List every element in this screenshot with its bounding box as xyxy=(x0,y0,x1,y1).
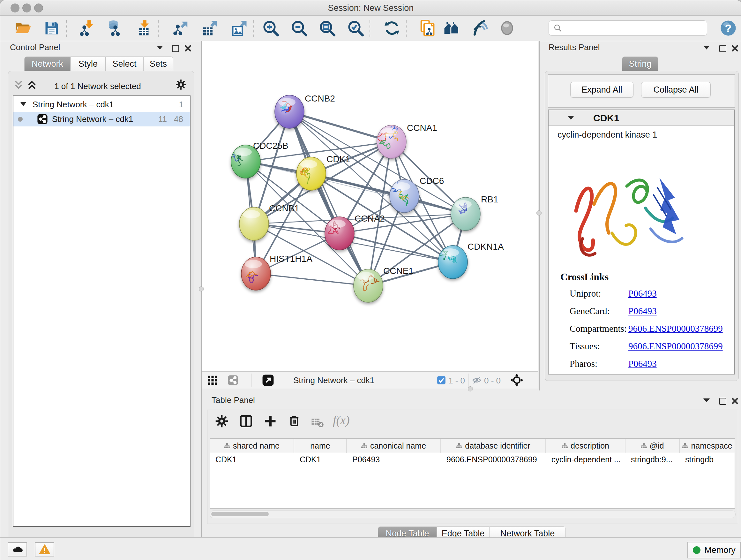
table-cell[interactable]: CDK1 xyxy=(210,453,294,466)
network-node-CCNE1[interactable] xyxy=(354,269,383,302)
node-label: CCNE1 xyxy=(383,266,414,276)
collection-expand-icon[interactable] xyxy=(20,102,26,106)
network-node-HIST1H1A[interactable] xyxy=(241,257,271,290)
expand-all-networks-icon[interactable] xyxy=(27,80,37,90)
table-cell[interactable]: 9606.ENSP00000378699 xyxy=(441,453,546,466)
memory-button[interactable]: Memory xyxy=(687,542,741,558)
zoom-in-button[interactable] xyxy=(261,19,280,37)
table-row: CDK1CDK1P064939606.ENSP00000378699cyclin… xyxy=(210,453,735,466)
save-session-button[interactable] xyxy=(43,19,61,37)
share-network-icon[interactable] xyxy=(227,375,239,386)
network-node-CCNA2[interactable] xyxy=(325,217,354,250)
crosslink-value[interactable]: 9606.ENSP00000378699 xyxy=(628,341,723,352)
hide-selected-button[interactable] xyxy=(470,19,489,37)
import-network-from-database-button[interactable] xyxy=(106,19,125,37)
save-floppy-icon xyxy=(44,20,60,37)
network-edge[interactable] xyxy=(289,112,392,142)
scrollbar-thumb[interactable] xyxy=(211,512,269,516)
crosslink-value[interactable]: P06493 xyxy=(628,359,657,369)
network-node-CDKN1A[interactable] xyxy=(438,246,468,279)
tab-network[interactable]: Network xyxy=(24,57,71,71)
warnings-button[interactable] xyxy=(35,542,54,557)
table-horizontal-scrollbar[interactable] xyxy=(210,510,736,518)
control-panel-float-icon[interactable] xyxy=(172,45,179,52)
network-node-CCNA1[interactable] xyxy=(377,124,406,159)
right-splitter-handle[interactable] xyxy=(536,210,542,215)
export-table-button[interactable] xyxy=(200,19,219,37)
table-panel-collapse-icon[interactable] xyxy=(703,398,710,402)
open-session-button[interactable] xyxy=(14,19,32,37)
table-panel-close-icon[interactable] xyxy=(731,397,739,405)
column-header[interactable]: namespace xyxy=(680,439,735,453)
cloud-status-button[interactable] xyxy=(8,542,27,557)
network-node-RB1[interactable] xyxy=(451,197,480,231)
duplicate-network-button[interactable] xyxy=(418,19,436,37)
table-cell[interactable]: stringdb:9... xyxy=(625,453,680,466)
network-options-gear-icon[interactable] xyxy=(175,79,187,90)
tab-style[interactable]: Style xyxy=(71,57,106,71)
search-input[interactable] xyxy=(562,23,707,33)
network-row-selected[interactable]: String Network – cdk1 11 48 xyxy=(13,112,190,126)
column-header[interactable]: shared name xyxy=(210,439,294,453)
pan-crosshair-icon[interactable] xyxy=(510,373,524,387)
crosslink-value[interactable]: P06493 xyxy=(628,306,657,316)
crosslink-value[interactable]: P06493 xyxy=(628,288,657,299)
delete-column-icon[interactable] xyxy=(287,414,301,428)
table-cell[interactable]: stringdb xyxy=(680,453,735,466)
table-cell[interactable]: CDK1 xyxy=(294,453,347,466)
table-panel-float-icon[interactable] xyxy=(719,398,726,405)
zoom-out-button[interactable] xyxy=(290,19,308,37)
table-cell[interactable]: P06493 xyxy=(347,453,441,466)
results-panel-close-icon[interactable] xyxy=(731,44,739,52)
column-header[interactable]: database identifier xyxy=(441,439,546,453)
search-field[interactable] xyxy=(549,20,707,36)
tab-string[interactable]: String xyxy=(622,57,658,71)
column-header[interactable]: description xyxy=(546,439,625,453)
show-all-button[interactable] xyxy=(498,19,516,37)
import-table-from-file-button[interactable] xyxy=(135,19,153,37)
network-node-CDK1[interactable] xyxy=(296,157,326,190)
right-panel-divider[interactable] xyxy=(539,41,540,390)
zoom-selected-icon xyxy=(347,19,364,37)
column-header[interactable]: canonical name xyxy=(347,439,441,453)
control-panel-collapse-icon[interactable] xyxy=(157,46,163,50)
add-column-icon[interactable] xyxy=(263,414,277,428)
control-panel-close-icon[interactable] xyxy=(184,44,192,52)
network-node-CCNB1[interactable] xyxy=(239,207,269,240)
main-toolbar: ? xyxy=(0,16,741,41)
left-splitter-handle[interactable] xyxy=(199,287,204,292)
collapse-all-button[interactable]: Collapse All xyxy=(641,82,711,98)
column-header[interactable]: @id xyxy=(625,439,680,453)
import-network-from-file-button[interactable] xyxy=(78,19,97,37)
export-network-icon xyxy=(172,19,190,37)
crosslink-value[interactable]: 9606.ENSP00000378699 xyxy=(628,323,723,334)
table-cell[interactable]: cyclin-dependent ... xyxy=(546,453,625,466)
horizontal-splitter-handle[interactable] xyxy=(468,386,473,391)
network-canvas[interactable]: CCNB2CCNA1CDC25BCDK1CDC6RB1CCNB1CCNA2CDK… xyxy=(202,41,538,371)
grid-view-icon[interactable] xyxy=(207,375,218,386)
network-node-CCNB2[interactable] xyxy=(275,95,304,128)
protein-collapse-icon[interactable] xyxy=(568,116,574,120)
help-button[interactable]: ? xyxy=(719,19,738,37)
table-options-gear-icon[interactable] xyxy=(215,414,229,428)
results-panel-float-icon[interactable] xyxy=(719,45,726,52)
open-in-window-icon[interactable] xyxy=(262,374,274,386)
selected-checkbox-icon[interactable] xyxy=(437,376,446,385)
collapse-all-networks-icon[interactable] xyxy=(14,80,23,90)
show-columns-icon[interactable] xyxy=(239,414,253,428)
tab-sets[interactable]: Sets xyxy=(143,57,173,71)
export-image-button[interactable] xyxy=(230,19,249,37)
zoom-fit-button[interactable] xyxy=(318,19,336,37)
export-network-button[interactable] xyxy=(172,19,190,37)
expand-all-button[interactable]: Expand All xyxy=(570,82,633,98)
network-collection-row[interactable]: String Network – cdk1 1 xyxy=(13,97,190,112)
zoom-selected-button[interactable] xyxy=(346,19,365,37)
network-edge[interactable] xyxy=(256,273,368,286)
tab-select[interactable]: Select xyxy=(106,57,143,71)
crosslinks-title: CrossLinks xyxy=(560,271,609,283)
string-home-button[interactable] xyxy=(442,19,461,37)
protein-section-header[interactable]: CDK1 xyxy=(549,110,734,126)
refresh-button[interactable] xyxy=(383,19,401,37)
results-panel-collapse-icon[interactable] xyxy=(703,46,710,50)
column-header[interactable]: name xyxy=(294,439,347,453)
